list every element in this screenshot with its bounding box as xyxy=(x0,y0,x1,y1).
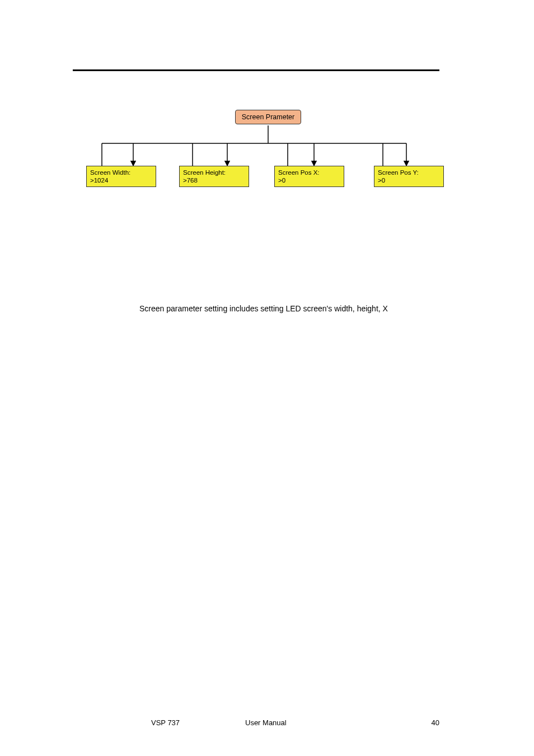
tree-child-line2: >768 xyxy=(183,176,245,184)
tree-child-line1: Screen Pos X: xyxy=(278,169,340,176)
footer-model: VSP 737 xyxy=(151,718,180,727)
tree-child-line1: Screen Width: xyxy=(90,169,152,176)
horizontal-rule xyxy=(73,69,439,71)
tree-child-node: Screen Height: >768 xyxy=(179,166,249,187)
tree-child-node: Screen Pos Y: >0 xyxy=(374,166,444,187)
tree-root-label: Screen Prameter xyxy=(242,113,294,121)
tree-child-node: Screen Width: >1024 xyxy=(86,166,156,187)
tree-child-line2: >1024 xyxy=(90,176,152,184)
tree-diagram: Screen Prameter Screen Width: >1024 Scre… xyxy=(73,101,453,207)
footer-page: 40 xyxy=(432,718,439,727)
tree-child-line2: >0 xyxy=(378,176,440,184)
tree-child-node: Screen Pos X: >0 xyxy=(274,166,344,187)
tree-child-line1: Screen Height: xyxy=(183,169,245,176)
tree-child-line2: >0 xyxy=(278,176,340,184)
tree-root-node: Screen Prameter xyxy=(235,110,301,124)
tree-child-line1: Screen Pos Y: xyxy=(378,169,440,176)
page: Screen Prameter Screen Width: >1024 Scre… xyxy=(0,0,534,756)
body-paragraph: Screen parameter setting includes settin… xyxy=(139,304,388,313)
footer-title: User Manual xyxy=(245,718,287,727)
